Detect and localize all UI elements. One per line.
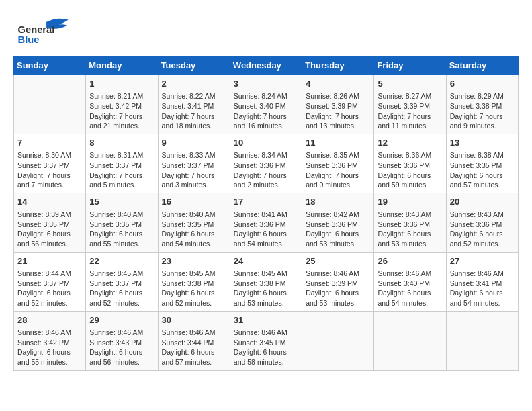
day-content: Sunrise: 8:41 AMSunset: 3:36 PMDaylight:… — [234, 210, 298, 249]
calendar-cell: 14Sunrise: 8:39 AMSunset: 3:35 PMDayligh… — [14, 193, 86, 252]
day-number: 14 — [17, 196, 82, 208]
day-of-week-header: Thursday — [302, 56, 374, 75]
day-number: 24 — [234, 255, 298, 267]
day-content: Sunrise: 8:43 AMSunset: 3:36 PMDaylight:… — [450, 210, 515, 249]
day-content: Sunrise: 8:46 AMSunset: 3:44 PMDaylight:… — [162, 328, 226, 367]
calendar-cell: 31Sunrise: 8:46 AMSunset: 3:45 PMDayligh… — [230, 311, 302, 370]
calendar-week-row: 21Sunrise: 8:44 AMSunset: 3:37 PMDayligh… — [14, 252, 519, 311]
day-content: Sunrise: 8:34 AMSunset: 3:36 PMDaylight:… — [234, 150, 298, 190]
calendar-cell — [14, 75, 86, 134]
day-number: 15 — [89, 196, 154, 208]
day-content: Sunrise: 8:40 AMSunset: 3:35 PMDaylight:… — [89, 210, 154, 249]
calendar-week-row: 1Sunrise: 8:21 AMSunset: 3:42 PMDaylight… — [14, 75, 519, 134]
day-number: 10 — [234, 137, 298, 149]
day-number: 9 — [162, 137, 226, 149]
day-content: Sunrise: 8:38 AMSunset: 3:35 PMDaylight:… — [450, 150, 515, 190]
calendar-cell: 26Sunrise: 8:46 AMSunset: 3:40 PMDayligh… — [374, 252, 446, 311]
svg-text:Blue: Blue — [18, 34, 40, 45]
day-number: 21 — [17, 255, 82, 267]
logo-svg: General Blue — [13, 13, 74, 50]
day-content: Sunrise: 8:27 AMSunset: 3:39 PMDaylight:… — [378, 91, 442, 131]
day-content: Sunrise: 8:45 AMSunset: 3:38 PMDaylight:… — [162, 269, 226, 308]
day-number: 19 — [378, 196, 442, 208]
day-number: 8 — [89, 137, 154, 149]
day-number: 25 — [306, 255, 370, 267]
calendar-cell: 10Sunrise: 8:34 AMSunset: 3:36 PMDayligh… — [230, 134, 302, 193]
day-number: 23 — [162, 255, 226, 267]
calendar-cell: 6Sunrise: 8:29 AMSunset: 3:38 PMDaylight… — [446, 75, 518, 134]
day-content: Sunrise: 8:30 AMSunset: 3:37 PMDaylight:… — [17, 150, 82, 190]
calendar-cell — [302, 311, 374, 370]
day-number: 16 — [162, 196, 226, 208]
day-content: Sunrise: 8:46 AMSunset: 3:40 PMDaylight:… — [378, 269, 442, 308]
calendar-week-row: 7Sunrise: 8:30 AMSunset: 3:37 PMDaylight… — [14, 134, 519, 193]
calendar-cell: 8Sunrise: 8:31 AMSunset: 3:37 PMDaylight… — [86, 134, 158, 193]
calendar-cell — [374, 311, 446, 370]
day-number: 5 — [378, 78, 442, 90]
day-number: 11 — [306, 137, 370, 149]
calendar-cell: 23Sunrise: 8:45 AMSunset: 3:38 PMDayligh… — [158, 252, 230, 311]
day-of-week-header: Monday — [86, 56, 158, 75]
calendar-cell: 5Sunrise: 8:27 AMSunset: 3:39 PMDaylight… — [374, 75, 446, 134]
day-content: Sunrise: 8:46 AMSunset: 3:43 PMDaylight:… — [89, 328, 154, 367]
day-number: 31 — [234, 314, 298, 326]
calendar-cell: 2Sunrise: 8:22 AMSunset: 3:41 PMDaylight… — [158, 75, 230, 134]
day-number: 6 — [450, 78, 515, 90]
day-of-week-header: Wednesday — [230, 56, 302, 75]
logo: General Blue — [13, 13, 74, 50]
calendar-week-row: 14Sunrise: 8:39 AMSunset: 3:35 PMDayligh… — [14, 193, 519, 252]
calendar-body: 1Sunrise: 8:21 AMSunset: 3:42 PMDaylight… — [14, 75, 519, 371]
day-content: Sunrise: 8:36 AMSunset: 3:36 PMDaylight:… — [378, 150, 442, 190]
day-content: Sunrise: 8:46 AMSunset: 3:41 PMDaylight:… — [450, 269, 515, 308]
calendar-cell: 11Sunrise: 8:35 AMSunset: 3:36 PMDayligh… — [302, 134, 374, 193]
svg-text:General: General — [18, 24, 55, 35]
header: General Blue — [13, 13, 519, 50]
calendar-cell: 17Sunrise: 8:41 AMSunset: 3:36 PMDayligh… — [230, 193, 302, 252]
day-number: 2 — [162, 78, 226, 90]
day-content: Sunrise: 8:46 AMSunset: 3:39 PMDaylight:… — [306, 269, 370, 308]
day-number: 29 — [89, 314, 154, 326]
day-number: 7 — [17, 137, 82, 149]
day-number: 22 — [89, 255, 154, 267]
day-content: Sunrise: 8:44 AMSunset: 3:37 PMDaylight:… — [17, 269, 82, 308]
day-content: Sunrise: 8:21 AMSunset: 3:42 PMDaylight:… — [89, 91, 154, 131]
calendar-cell: 9Sunrise: 8:33 AMSunset: 3:37 PMDaylight… — [158, 134, 230, 193]
calendar-cell: 12Sunrise: 8:36 AMSunset: 3:36 PMDayligh… — [374, 134, 446, 193]
calendar-cell: 16Sunrise: 8:40 AMSunset: 3:35 PMDayligh… — [158, 193, 230, 252]
calendar-cell: 1Sunrise: 8:21 AMSunset: 3:42 PMDaylight… — [86, 75, 158, 134]
calendar-cell: 19Sunrise: 8:43 AMSunset: 3:36 PMDayligh… — [374, 193, 446, 252]
day-content: Sunrise: 8:24 AMSunset: 3:40 PMDaylight:… — [234, 91, 298, 131]
calendar-cell: 18Sunrise: 8:42 AMSunset: 3:36 PMDayligh… — [302, 193, 374, 252]
day-content: Sunrise: 8:26 AMSunset: 3:39 PMDaylight:… — [306, 91, 370, 131]
day-number: 30 — [162, 314, 226, 326]
day-number: 4 — [306, 78, 370, 90]
day-content: Sunrise: 8:46 AMSunset: 3:42 PMDaylight:… — [17, 328, 82, 367]
calendar-cell: 28Sunrise: 8:46 AMSunset: 3:42 PMDayligh… — [14, 311, 86, 370]
day-content: Sunrise: 8:39 AMSunset: 3:35 PMDaylight:… — [17, 210, 82, 249]
calendar-cell: 29Sunrise: 8:46 AMSunset: 3:43 PMDayligh… — [86, 311, 158, 370]
day-number: 28 — [17, 314, 82, 326]
day-of-week-header: Saturday — [446, 56, 518, 75]
day-number: 26 — [378, 255, 442, 267]
day-number: 13 — [450, 137, 515, 149]
day-number: 27 — [450, 255, 515, 267]
day-content: Sunrise: 8:45 AMSunset: 3:38 PMDaylight:… — [234, 269, 298, 308]
calendar-cell: 21Sunrise: 8:44 AMSunset: 3:37 PMDayligh… — [14, 252, 86, 311]
calendar-cell: 24Sunrise: 8:45 AMSunset: 3:38 PMDayligh… — [230, 252, 302, 311]
calendar-cell: 3Sunrise: 8:24 AMSunset: 3:40 PMDaylight… — [230, 75, 302, 134]
day-content: Sunrise: 8:31 AMSunset: 3:37 PMDaylight:… — [89, 150, 154, 190]
day-content: Sunrise: 8:45 AMSunset: 3:37 PMDaylight:… — [89, 269, 154, 308]
day-number: 20 — [450, 196, 515, 208]
calendar-cell: 30Sunrise: 8:46 AMSunset: 3:44 PMDayligh… — [158, 311, 230, 370]
day-number: 1 — [89, 78, 154, 90]
day-content: Sunrise: 8:22 AMSunset: 3:41 PMDaylight:… — [162, 91, 226, 131]
day-content: Sunrise: 8:35 AMSunset: 3:36 PMDaylight:… — [306, 150, 370, 190]
day-content: Sunrise: 8:43 AMSunset: 3:36 PMDaylight:… — [378, 210, 442, 249]
calendar-week-row: 28Sunrise: 8:46 AMSunset: 3:42 PMDayligh… — [14, 311, 519, 370]
day-content: Sunrise: 8:42 AMSunset: 3:36 PMDaylight:… — [306, 210, 370, 249]
calendar-cell: 20Sunrise: 8:43 AMSunset: 3:36 PMDayligh… — [446, 193, 518, 252]
calendar-cell: 13Sunrise: 8:38 AMSunset: 3:35 PMDayligh… — [446, 134, 518, 193]
day-content: Sunrise: 8:46 AMSunset: 3:45 PMDaylight:… — [234, 328, 298, 367]
calendar-cell: 22Sunrise: 8:45 AMSunset: 3:37 PMDayligh… — [86, 252, 158, 311]
day-content: Sunrise: 8:29 AMSunset: 3:38 PMDaylight:… — [450, 91, 515, 131]
